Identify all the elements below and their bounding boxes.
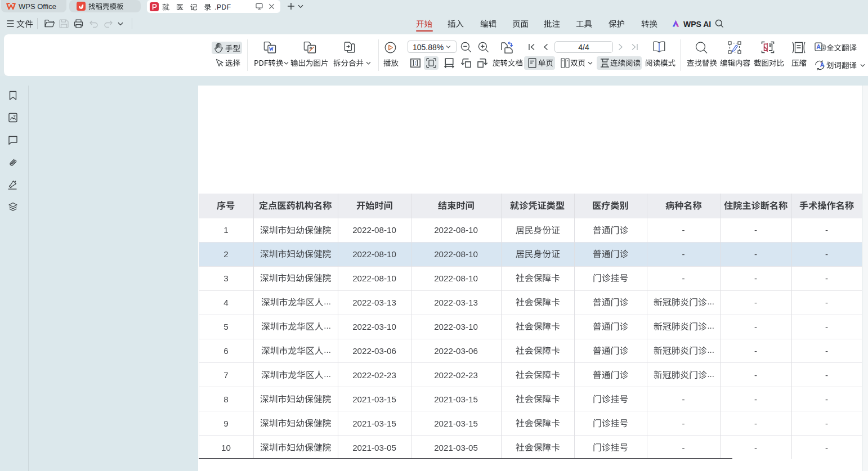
svg-text:A: A (820, 61, 825, 68)
svg-text:A: A (816, 43, 821, 50)
